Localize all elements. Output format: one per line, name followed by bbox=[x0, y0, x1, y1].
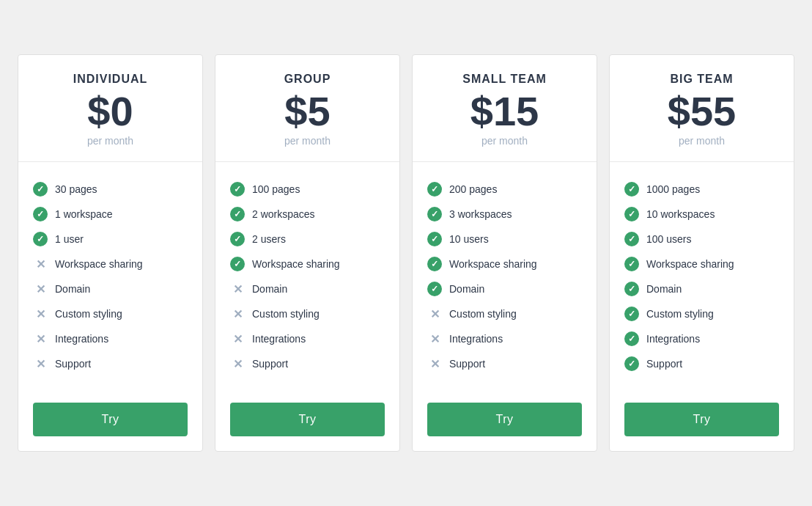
check-icon: ✓ bbox=[427, 182, 442, 197]
feature-label: Domain bbox=[646, 283, 682, 295]
try-button-big-team[interactable]: Try bbox=[624, 403, 779, 436]
feature-label: 1000 pages bbox=[646, 183, 700, 195]
feature-label: 100 pages bbox=[252, 183, 300, 195]
feature-label: 30 pages bbox=[55, 183, 97, 195]
card-header-individual: INDIVIDUAL$0per month bbox=[18, 55, 202, 163]
feature-item: ✓Workspace sharing bbox=[427, 252, 582, 276]
check-icon: ✓ bbox=[427, 257, 442, 271]
feature-label: 2 workspaces bbox=[252, 208, 315, 220]
check-icon: ✓ bbox=[624, 257, 639, 271]
card-footer-group: Try bbox=[215, 391, 399, 451]
feature-label: Workspace sharing bbox=[449, 258, 537, 270]
feature-label: Integrations bbox=[55, 333, 108, 345]
try-button-individual[interactable]: Try bbox=[33, 403, 188, 436]
feature-label: 10 users bbox=[449, 233, 489, 245]
pricing-card-group: GROUP$5per month✓100 pages✓2 workspaces✓… bbox=[215, 54, 400, 452]
cross-icon: ✕ bbox=[427, 331, 442, 346]
feature-item: ✕Support bbox=[230, 351, 385, 376]
feature-label: Domain bbox=[449, 283, 484, 295]
card-features-small-team: ✓200 pages✓3 workspaces✓10 users✓Workspa… bbox=[413, 162, 597, 391]
feature-label: Domain bbox=[55, 283, 90, 295]
feature-item: ✕Integrations bbox=[33, 326, 188, 351]
feature-item: ✓Integrations bbox=[624, 326, 779, 351]
feature-item: ✕Integrations bbox=[230, 326, 385, 351]
check-icon: ✓ bbox=[427, 207, 442, 221]
feature-item: ✕Custom styling bbox=[33, 301, 188, 326]
plan-period-individual: per month bbox=[33, 135, 188, 147]
cross-icon: ✕ bbox=[230, 331, 245, 346]
feature-item: ✓Domain bbox=[624, 276, 779, 301]
check-icon: ✓ bbox=[427, 282, 442, 296]
try-button-small-team[interactable]: Try bbox=[427, 403, 582, 436]
feature-label: 200 pages bbox=[449, 183, 497, 195]
feature-item: ✓2 workspaces bbox=[230, 202, 385, 227]
check-icon: ✓ bbox=[624, 282, 639, 296]
check-icon: ✓ bbox=[624, 232, 639, 246]
feature-item: ✓30 pages bbox=[33, 177, 188, 202]
card-features-individual: ✓30 pages✓1 workspace✓1 user✕Workspace s… bbox=[18, 162, 202, 391]
check-icon: ✓ bbox=[624, 207, 639, 221]
cross-icon: ✕ bbox=[427, 307, 442, 321]
feature-item: ✓200 pages bbox=[427, 177, 582, 202]
plan-price-group: $5 bbox=[230, 89, 385, 134]
card-footer-individual: Try bbox=[18, 391, 202, 451]
feature-label: Custom styling bbox=[449, 308, 517, 320]
feature-item: ✕Custom styling bbox=[427, 301, 582, 326]
cross-icon: ✕ bbox=[33, 331, 48, 346]
feature-item: ✕Custom styling bbox=[230, 301, 385, 326]
cross-icon: ✕ bbox=[33, 282, 48, 296]
feature-label: Custom styling bbox=[646, 308, 714, 320]
card-footer-small-team: Try bbox=[413, 391, 597, 451]
check-icon: ✓ bbox=[624, 307, 639, 321]
plan-price-big-team: $55 bbox=[624, 89, 779, 134]
feature-label: Integrations bbox=[646, 333, 700, 345]
feature-label: Support bbox=[55, 358, 91, 370]
pricing-card-individual: INDIVIDUAL$0per month✓30 pages✓1 workspa… bbox=[18, 54, 203, 452]
card-header-small-team: SMALL TEAM$15per month bbox=[413, 55, 597, 163]
feature-item: ✕Domain bbox=[33, 276, 188, 301]
card-header-big-team: BIG TEAM$55per month bbox=[610, 55, 794, 163]
feature-label: 100 users bbox=[646, 233, 691, 245]
cross-icon: ✕ bbox=[33, 356, 48, 371]
feature-item: ✓1000 pages bbox=[624, 177, 779, 202]
check-icon: ✓ bbox=[230, 182, 245, 197]
feature-label: 1 workspace bbox=[55, 208, 113, 220]
try-button-group[interactable]: Try bbox=[230, 403, 385, 436]
plan-period-group: per month bbox=[230, 135, 385, 147]
feature-item: ✓2 users bbox=[230, 227, 385, 252]
card-features-group: ✓100 pages✓2 workspaces✓2 users✓Workspac… bbox=[215, 162, 399, 391]
feature-item: ✓Custom styling bbox=[624, 301, 779, 326]
check-icon: ✓ bbox=[230, 207, 245, 221]
cross-icon: ✕ bbox=[427, 356, 442, 371]
feature-label: 10 workspaces bbox=[646, 208, 715, 220]
feature-item: ✓Support bbox=[624, 351, 779, 376]
check-icon: ✓ bbox=[230, 257, 245, 271]
check-icon: ✓ bbox=[624, 331, 639, 346]
check-icon: ✓ bbox=[427, 232, 442, 246]
feature-label: Custom styling bbox=[252, 308, 320, 320]
feature-item: ✕Domain bbox=[230, 276, 385, 301]
feature-label: Support bbox=[252, 358, 288, 370]
feature-item: ✓Workspace sharing bbox=[624, 252, 779, 276]
cross-icon: ✕ bbox=[230, 307, 245, 321]
cross-icon: ✕ bbox=[33, 257, 48, 271]
check-icon: ✓ bbox=[624, 182, 639, 197]
feature-label: Support bbox=[449, 358, 485, 370]
plan-name-individual: INDIVIDUAL bbox=[33, 73, 188, 86]
plan-price-small-team: $15 bbox=[427, 89, 582, 134]
pricing-card-small-team: SMALL TEAM$15per month✓200 pages✓3 works… bbox=[412, 54, 597, 452]
plan-name-group: GROUP bbox=[230, 73, 385, 86]
feature-item: ✓3 workspaces bbox=[427, 202, 582, 227]
plan-period-small-team: per month bbox=[427, 135, 582, 147]
feature-label: Integrations bbox=[252, 333, 306, 345]
feature-label: 3 workspaces bbox=[449, 208, 512, 220]
feature-item: ✕Support bbox=[427, 351, 582, 376]
feature-item: ✓10 workspaces bbox=[624, 202, 779, 227]
feature-item: ✓100 users bbox=[624, 227, 779, 252]
feature-label: 2 users bbox=[252, 233, 286, 245]
feature-label: 1 user bbox=[55, 233, 84, 245]
feature-label: Workspace sharing bbox=[646, 258, 734, 270]
cross-icon: ✕ bbox=[230, 356, 245, 371]
plan-price-individual: $0 bbox=[33, 89, 188, 134]
feature-item: ✓Domain bbox=[427, 276, 582, 301]
